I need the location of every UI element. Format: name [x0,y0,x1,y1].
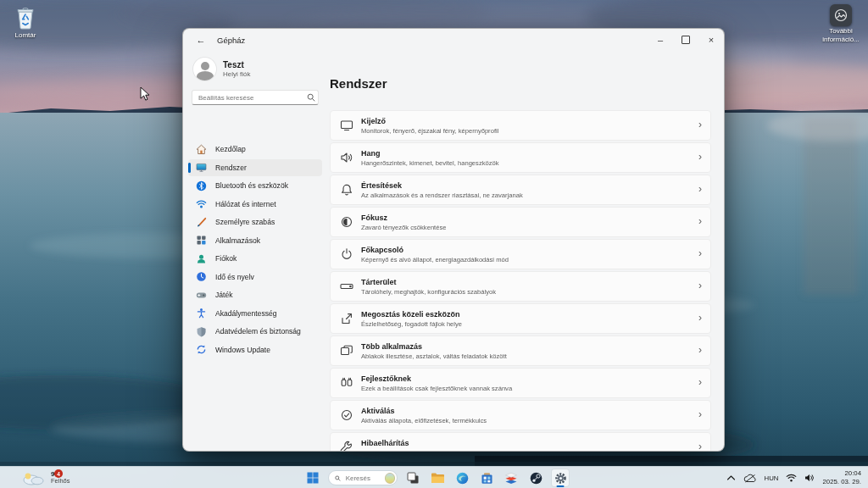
card-kijelzo[interactable]: KijelzőMonitorok, fényerő, éjszakai fény… [330,110,711,141]
titlebar[interactable]: ← Gépház – × [183,29,724,51]
power-icon [340,247,353,261]
search-icon [307,93,315,102]
info-shortcut-label: További információ... [817,27,865,43]
maximize-icon [682,36,690,44]
task-view-icon [407,472,420,485]
card-title: Aktiválás [361,407,487,415]
card-subtitle: Ajánlott hibaelhárítók, beállítások, elő… [361,449,493,452]
card-aktivalas[interactable]: AktiválásAktiválás állapota, előfizetése… [330,400,711,430]
taskbar: 4 9°C Felhős [0,466,868,488]
sidebar-item-adatvedelem[interactable]: Adatvédelem és biztonság [188,323,322,340]
sidebar-item-label: Fiókok [215,254,236,263]
steam-button[interactable] [526,469,545,487]
steam-icon [530,472,542,485]
tray-chevron-up-icon[interactable] [726,474,736,481]
weather-condition: Felhős [51,478,70,485]
card-ertesitesek[interactable]: ÉrtesítésekAz alkalmazások és a rendszer… [330,175,711,205]
sidebar-item-kezdolap[interactable]: Kezdőlap [188,141,322,158]
tray-volume-icon[interactable] [804,474,815,482]
sidebar-item-akadalymentesseg[interactable]: Akadálymentesség [188,305,322,322]
start-button[interactable] [303,469,322,487]
card-megosztas[interactable]: Megosztás közeli eszközönÉszlelhetőség, … [330,303,711,334]
card-hang[interactable]: HangHangerőszintek, kimenet, bevitel, ha… [330,142,711,173]
sidebar-item-szemelyre-szabas[interactable]: Személyre szabás [188,214,322,230]
clock[interactable]: 20:04 2025. 03. 29. [822,469,861,485]
home-icon [196,144,207,155]
widgets-button[interactable]: 4 9°C Felhős [20,467,70,488]
sidebar-item-ido-es-nyelv[interactable]: Idő és nyelv [188,269,322,286]
taskbar-search[interactable] [328,470,398,485]
sidebar-item-jatek[interactable]: Játék [188,286,322,303]
profile[interactable]: Teszt Helyi fiók [193,58,250,80]
card-fokapcsolo[interactable]: FőkapcsolóKépernyő és alvó állapot, ener… [330,239,711,269]
settings-content: Rendszer KijelzőMonitorok, fényerő, éjsz… [327,51,724,451]
display-icon [340,119,353,132]
window-title: Gépház [217,36,245,45]
task-view-button[interactable] [403,469,422,487]
taskbar-search-input[interactable] [344,474,381,483]
maximize-button[interactable] [673,29,698,51]
weather-cloud-icon [20,470,46,485]
sidebar-item-label: Hálózat és internet [215,200,276,208]
stacked-layers-app-button[interactable] [502,469,520,487]
desktop-icon-info-shortcut[interactable]: További információ... [817,4,865,43]
onedrive-icon[interactable] [743,474,757,483]
card-subtitle: Észlelhetőség, fogadott fájlok helye [361,320,462,328]
desktop: { "desktop": { "recycle_bin_label": "Lom… [0,0,868,488]
card-subtitle: Hangerőszintek, kimenet, bevitel, hanges… [361,159,499,167]
settings-app-button[interactable] [551,469,570,487]
back-button[interactable]: ← [192,32,210,47]
card-fejlesztoknek[interactable]: FejlesztőknekEzek a beállítások csak fej… [330,368,711,398]
apps-icon [196,235,207,246]
chevron-right-icon: › [698,344,702,356]
search-highlight-image [385,473,395,484]
card-tobb-alkalmazas[interactable]: Több alkalmazásAblakok illesztése, aszta… [330,336,711,366]
card-tarterulet[interactable]: TárterületTárolóhely, meghajtók, konfigu… [330,271,711,302]
chevron-right-icon: › [698,119,702,130]
desktop-icon-recycle-bin[interactable]: Lomtár [2,5,49,40]
store-button[interactable] [477,469,496,487]
minimize-button[interactable]: – [648,29,673,51]
file-explorer-button[interactable] [428,469,447,487]
card-subtitle: Zavaró tényezők csökkentése [361,224,446,231]
sidebar: Teszt Helyi fiók Kezdőlap Rendszer Bluet… [183,51,327,451]
tray-date: 2025. 03. 29. [822,478,861,486]
multitask-icon [340,344,353,358]
chevron-right-icon: › [698,151,702,163]
close-icon: × [709,35,714,45]
language-indicator[interactable]: HUN [765,474,779,482]
sidebar-item-label: Alkalmazások [215,236,260,245]
accessibility-icon [196,308,207,319]
sidebar-item-alkalmazasok[interactable]: Alkalmazások [188,232,322,249]
sidebar-item-label: Adatvédelem és biztonság [215,327,301,336]
card-title: Megosztás közeli eszközön [361,310,462,319]
card-subtitle: Aktiválás állapota, előfizetések, termék… [361,417,487,424]
sidebar-item-windows-update[interactable]: Windows Update [188,341,322,358]
storage-icon [340,280,353,293]
mouse-cursor [140,86,150,102]
sidebar-item-rendszer[interactable]: Rendszer [188,159,322,176]
sidebar-item-halozat[interactable]: Hálózat és internet [188,196,322,213]
gamepad-icon [196,290,207,301]
sidebar-item-label: Idő és nyelv [215,273,254,281]
card-title: Fejlesztőknek [361,374,512,383]
recycle-bin-label: Lomtár [15,31,36,40]
windows-logo-icon [307,472,319,484]
sidebar-item-fiokok[interactable]: Fiókok [188,250,322,267]
sidebar-item-bluetooth[interactable]: Bluetooth és eszközök [188,177,322,194]
card-hibaelharitas[interactable]: HibaelhárításAjánlott hibaelhárítók, beá… [330,432,711,452]
chevron-right-icon: › [698,183,702,195]
search-icon [335,474,341,482]
card-subtitle: Monitorok, fényerő, éjszakai fény, képer… [361,127,498,135]
tray-wifi-icon[interactable] [786,474,797,482]
settings-search-input[interactable] [192,90,319,105]
sidebar-item-label: Személyre szabás [215,218,275,226]
sidebar-nav: Kezdőlap Rendszer Bluetooth és eszközök … [188,141,322,359]
card-fokusz[interactable]: FókuszZavaró tényezők csökkentése › [330,207,711,237]
close-button[interactable]: × [698,29,724,51]
sidebar-item-label: Játék [215,291,233,299]
developer-icon [340,376,353,390]
avatar [193,58,216,80]
recycle-bin-icon [14,5,37,30]
edge-button[interactable] [453,469,471,487]
